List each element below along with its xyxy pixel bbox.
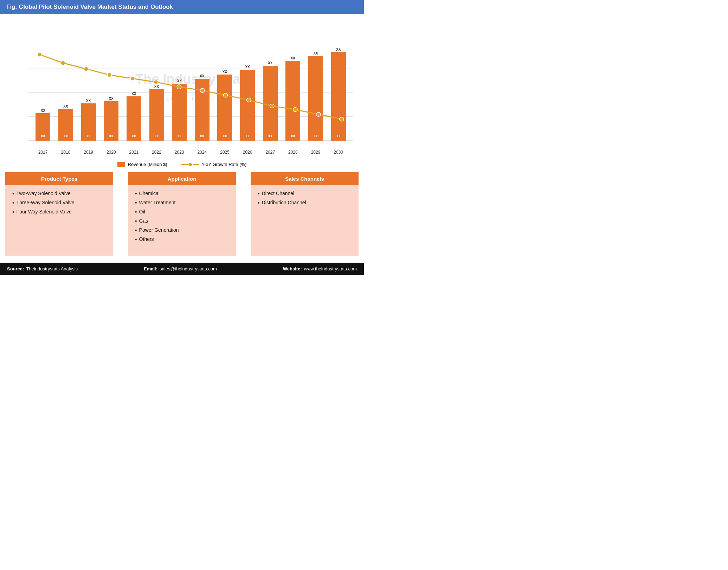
legend-line-icon <box>181 163 199 166</box>
application-header: Application <box>128 172 236 185</box>
x-label-2028: 2028 <box>282 150 304 155</box>
legend-revenue: Revenue (Million $) <box>117 162 167 167</box>
category-product-types: Product Types •Two-Way Solenoid Valve•Th… <box>0 172 118 263</box>
bar-top-label-2017: XX <box>41 109 45 113</box>
legend-bar-icon <box>117 162 125 167</box>
bar-2026: XX <box>240 70 255 141</box>
list-item: •Distribution Channel <box>258 200 353 206</box>
bar-group-2030: XXXX <box>327 47 350 141</box>
bar-top-label-2022: XX <box>154 85 159 89</box>
bar-top-label-2023: XX <box>177 79 181 83</box>
bar-top-label-2018: XX <box>63 104 68 108</box>
bar-top-label-2029: XX <box>313 51 318 55</box>
bar-mid-label-2020: XX <box>109 134 113 138</box>
x-label-2026: 2026 <box>236 150 259 155</box>
bar-group-2022: XXXX <box>145 85 168 141</box>
bottom-section: Product Types •Two-Way Solenoid Valve•Th… <box>0 172 364 263</box>
bar-2019: XX <box>81 103 96 141</box>
chart-legend: Revenue (Million $) Y-oY Growth Rate (%) <box>0 158 364 172</box>
bar-2030: XX <box>331 52 346 141</box>
footer-source: Source: Theindustrystats Analysis <box>7 266 78 271</box>
x-label-2024: 2024 <box>191 150 213 155</box>
bar-group-2028: XXXX <box>282 56 304 141</box>
bar-mid-label-2021: XX <box>132 134 136 138</box>
list-item: •Three-Way Solenoid Valve <box>12 200 108 206</box>
bar-group-2020: XXXX <box>100 97 123 141</box>
bar-mid-label-2027: XX <box>268 134 272 138</box>
x-label-2030: 2030 <box>327 150 350 155</box>
bar-top-label-2019: XX <box>86 99 91 103</box>
list-item: •Chemical <box>135 191 231 197</box>
bar-2029: XX <box>308 56 323 141</box>
list-item: •Gas <box>135 218 231 224</box>
list-item: •Two-Way Solenoid Valve <box>12 191 108 197</box>
bar-mid-label-2017: XX <box>41 134 45 138</box>
x-label-2019: 2019 <box>77 150 100 155</box>
bar-top-label-2030: XX <box>336 47 341 51</box>
category-sales-channels: Sales Channels •Direct Channel•Distribut… <box>245 172 364 263</box>
list-item: •Power Generation <box>135 227 231 233</box>
footer-website: Website: www.theindustrystats.com <box>283 266 357 271</box>
bar-group-2027: XXXX <box>259 61 282 141</box>
x-label-2022: 2022 <box>145 150 168 155</box>
bar-top-label-2021: XX <box>131 92 136 96</box>
x-label-2029: 2029 <box>304 150 327 155</box>
bar-mid-label-2019: XX <box>86 134 91 138</box>
list-item: •Direct Channel <box>258 191 353 197</box>
bar-2025: XX <box>217 75 232 141</box>
bar-mid-label-2030: XX <box>336 134 341 138</box>
bar-top-label-2026: XX <box>245 65 250 69</box>
bar-mid-label-2025: XX <box>223 134 227 138</box>
page-title: Fig. Global Pilot Solenoid Valve Market … <box>0 0 364 14</box>
bar-group-2021: XXXX <box>123 92 146 141</box>
bar-group-2029: XXXX <box>304 51 327 141</box>
bar-group-2024: XXXX <box>191 74 213 141</box>
footer: Source: Theindustrystats Analysis Email:… <box>0 263 364 275</box>
list-item: •Water Treatment <box>135 200 231 206</box>
bar-mid-label-2018: XX <box>64 134 68 138</box>
bar-2027: XX <box>263 66 278 141</box>
bar-group-2017: XXXX <box>32 109 54 141</box>
bar-top-label-2027: XX <box>268 61 272 65</box>
bar-top-label-2028: XX <box>291 56 295 60</box>
bar-2018: XX <box>58 109 73 141</box>
list-item: •Four-Way Solenoid Valve <box>12 209 108 215</box>
bar-2022: XX <box>149 89 164 141</box>
x-label-2023: 2023 <box>168 150 191 155</box>
bar-group-2025: XXXX <box>213 70 236 141</box>
x-label-2021: 2021 <box>123 150 146 155</box>
bar-2023: XX <box>172 84 187 141</box>
footer-email: Email: sales@theindustrystats.com <box>144 266 217 271</box>
bar-top-label-2020: XX <box>109 97 114 101</box>
sales-channels-header: Sales Channels <box>251 172 359 185</box>
chart-container: The Industry Stats m a r k e t r e s e a… <box>0 14 364 158</box>
bar-2028: XX <box>285 61 300 141</box>
bar-top-label-2025: XX <box>223 70 227 74</box>
x-label-2025: 2025 <box>213 150 236 155</box>
x-axis: 2017201820192020202120222023202420252026… <box>28 150 353 155</box>
bar-mid-label-2023: XX <box>177 134 181 138</box>
bar-group-2018: XXXX <box>54 104 77 141</box>
bar-2021: XX <box>127 96 141 141</box>
x-label-2020: 2020 <box>100 150 123 155</box>
bars-area: XXXXXXXXXXXXXXXXXXXXXXXXXXXXXXXXXXXXXXXX… <box>28 21 353 141</box>
bar-mid-label-2026: XX <box>245 134 250 138</box>
bar-group-2026: XXXX <box>236 65 259 141</box>
list-item: •Others <box>135 236 231 243</box>
bar-top-label-2024: XX <box>200 74 204 78</box>
legend-growth: Y-oY Growth Rate (%) <box>181 162 247 167</box>
bar-mid-label-2029: XX <box>314 134 318 138</box>
sales-channels-content: •Direct Channel•Distribution Channel <box>251 185 359 256</box>
bar-mid-label-2024: XX <box>200 134 204 138</box>
bar-2017: XX <box>36 113 50 141</box>
product-types-header: Product Types <box>5 172 113 185</box>
bar-mid-label-2022: XX <box>155 134 159 138</box>
bar-mid-label-2028: XX <box>291 134 295 138</box>
bar-group-2019: XXXX <box>77 99 100 141</box>
bar-group-2023: XXXX <box>168 79 191 141</box>
application-content: •Chemical•Water Treatment•Oil•Gas•Power … <box>128 185 236 256</box>
bar-2020: XX <box>104 101 118 141</box>
product-types-content: •Two-Way Solenoid Valve•Three-Way Soleno… <box>5 185 113 256</box>
x-label-2018: 2018 <box>54 150 77 155</box>
bar-2024: XX <box>195 79 210 141</box>
